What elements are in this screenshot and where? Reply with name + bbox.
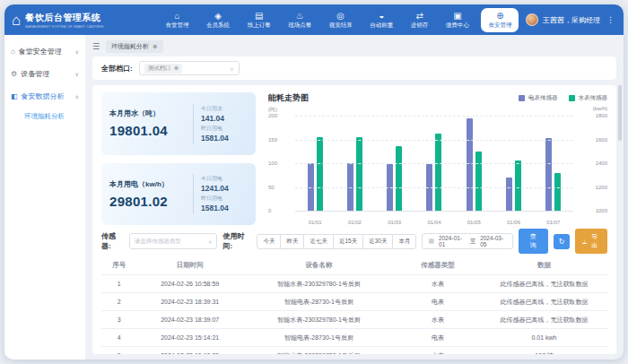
table-row[interactable]: 52024-02-23 15:13:25智能水表-230329780-1号后厨水…: [101, 347, 607, 355]
date-end: 2024-03-05: [480, 235, 507, 247]
table-cell: 0.01 kwh: [481, 329, 607, 347]
table-cell: 智能电表-28730-1号后厨: [243, 329, 395, 347]
kebab-menu-icon[interactable]: ⋮: [605, 15, 616, 24]
top-nav: ⌂食堂管理◈会员系统▤线上订餐♨现场点餐◎视觉结算◒自动称重⇄进销存▣缴费中心⊕…: [153, 8, 526, 32]
sensor-filter-label: 传感器:: [101, 231, 124, 251]
chart-title: 能耗走势图: [268, 92, 309, 104]
nav-item-inventory[interactable]: ⇄进销存: [406, 9, 434, 31]
nav-item-payment-center[interactable]: ▣缴费中心: [440, 9, 475, 31]
bar-water[interactable]: [435, 134, 441, 211]
download-icon: ↓: [582, 238, 586, 245]
canteen-safety-icon: ⌂: [11, 48, 15, 56]
bar-water[interactable]: [475, 152, 482, 211]
nav-item-label: 食安管理: [488, 22, 511, 30]
refresh-button[interactable]: ↻: [554, 234, 571, 249]
bar-electric[interactable]: [506, 178, 512, 211]
legend-item[interactable]: 电表传感器: [519, 94, 558, 102]
member-system-icon: ◈: [214, 11, 222, 21]
table-header-cell: 设备名称: [243, 256, 395, 275]
table-cell: 2: [101, 293, 136, 311]
tab-env-energy-analysis[interactable]: 环境能耗分析 ⊗: [106, 40, 162, 53]
time-button[interactable]: 近七天: [303, 234, 334, 249]
nav-item-member-system[interactable]: ◈会员系统: [201, 9, 235, 31]
stat-sub-row: 今日用水141.04: [201, 105, 248, 123]
nav-item-canteen[interactable]: ⌂食堂管理: [161, 9, 195, 31]
table-cell: 智能电表-28730-1号后厨: [243, 293, 395, 311]
table-row[interactable]: 22024-02-23 18:39:31智能电表-28730-1号后厨电表此传感…: [101, 293, 607, 311]
x-axis-labels: 01/0101/0201/0301/0401/0501/0601/07: [295, 220, 573, 225]
query-button-label: 查询: [528, 232, 539, 250]
device-management-icon: ⚙: [11, 70, 17, 78]
time-button[interactable]: 昨天: [280, 234, 304, 249]
bar-water[interactable]: [515, 160, 521, 211]
nav-item-label: 缴费中心: [446, 22, 469, 30]
chevron-down-icon: ∨: [230, 65, 233, 72]
bar-electric[interactable]: [467, 118, 473, 211]
avatar[interactable]: [526, 13, 538, 26]
table-row[interactable]: 42024-02-23 15:14:21智能电表-28730-1号后厨电表0.0…: [101, 329, 607, 347]
nav-item-auto-weigh[interactable]: ◒自动称重: [364, 9, 398, 31]
close-icon[interactable]: ⊗: [153, 43, 157, 50]
bar-water[interactable]: [356, 137, 362, 211]
vision-checkout-icon: ◎: [336, 11, 345, 21]
bar-water[interactable]: [317, 137, 323, 211]
legend-item[interactable]: 水表传感器: [569, 94, 608, 102]
table-row[interactable]: 32024-02-23 18:39:07智能水表-230329780-1号后厨水…: [101, 311, 607, 329]
table-cell: 4: [101, 329, 136, 347]
nav-item-food-safety[interactable]: ⊕食安管理: [481, 8, 519, 32]
nav-item-vision-checkout[interactable]: ◎视觉结算: [324, 9, 358, 31]
sensor-select-placeholder: 请选择传感器类型: [135, 238, 181, 246]
y-tick-left: 200: [268, 113, 292, 118]
legend-label: 电表传感器: [528, 94, 558, 102]
bar-water[interactable]: [396, 146, 402, 211]
bar-electric[interactable]: [545, 138, 552, 211]
payment-center-icon: ▣: [453, 11, 461, 21]
stat-sub-label: 今日用电: [201, 175, 248, 183]
legend-swatch: [569, 95, 575, 101]
refresh-icon: ↻: [559, 238, 565, 246]
sidebar-item-label: 食堂安全管理: [19, 47, 72, 56]
analytics-card: 本月用水（吨）19801.04今日用水141.04昨日用电1581.04本月用电…: [92, 85, 616, 354]
chart-legend: 电表传感器水表传感器: [519, 94, 607, 102]
time-button[interactable]: 近15天: [333, 234, 363, 249]
query-button[interactable]: 查询: [519, 229, 548, 254]
stall-select[interactable]: 测试档口 ⊗ ∨: [139, 61, 240, 75]
sidebar-subitem[interactable]: 环境能耗分析: [4, 108, 85, 126]
data-analysis-icon: ◧: [11, 92, 18, 100]
sidebar-item[interactable]: ◧食安数据分析∧: [4, 85, 85, 108]
auto-weigh-icon: ◒: [379, 11, 384, 21]
table-cell: 智能水表-230329780-1号后厨: [243, 275, 395, 293]
y-tick-left: 50: [268, 185, 292, 190]
user-chip[interactable]: 王茜茜，采购经理 ⋮: [526, 13, 616, 26]
time-button[interactable]: 本月: [392, 234, 416, 249]
bar-water[interactable]: [554, 173, 561, 211]
legend-swatch: [519, 95, 525, 101]
table-header-cell: 日期时间: [136, 256, 242, 275]
stat-sub-block: 今日用电1241.04昨日用电1581.04: [201, 173, 248, 214]
time-button[interactable]: 今天: [257, 234, 281, 249]
collapse-menu-icon[interactable]: ☰: [92, 42, 100, 51]
date-range-picker[interactable]: ▦ 2024-01-01 至 2024-03-05: [422, 233, 512, 249]
chevron-down-icon: ∨: [75, 71, 79, 77]
sidebar-item[interactable]: ⌂食堂安全管理∨: [4, 40, 85, 63]
chart-plot: (吨) (kw/h) 200150100500 1800160014001200…: [268, 107, 607, 225]
scrollbar-thumb[interactable]: [618, 85, 622, 141]
canteen-icon: ⌂: [175, 11, 180, 21]
gridline: [295, 187, 573, 188]
table-cell: 2024-02-23 18:39:31: [136, 293, 242, 311]
sidebar-item[interactable]: ⚙设备管理∨: [4, 63, 85, 85]
logo-icon: ⌂: [12, 13, 21, 28]
divider: [193, 104, 194, 143]
export-button[interactable]: ↓ 导出: [575, 229, 607, 254]
remove-tag-icon[interactable]: ⊗: [174, 65, 179, 72]
stat-value: 29801.02: [109, 194, 186, 209]
divider: [193, 174, 194, 213]
nav-item-onsite-order[interactable]: ♨现场点餐: [283, 9, 317, 31]
table-cell: 3: [101, 311, 136, 329]
table-row[interactable]: 12024-02-26 10:58:59智能水表-230329780-1号后厨水…: [101, 275, 607, 293]
time-button[interactable]: 近30天: [362, 234, 393, 249]
nav-item-online-order[interactable]: ▤线上订餐: [242, 9, 276, 31]
app-window: ⌂ 餐饮后台管理系统 MANAGEMENT SYSTEM OF SMART CA…: [4, 4, 624, 360]
sensor-type-select[interactable]: 请选择传感器类型 ∨: [129, 233, 218, 249]
time-filter-label: 使用时间:: [222, 231, 251, 251]
